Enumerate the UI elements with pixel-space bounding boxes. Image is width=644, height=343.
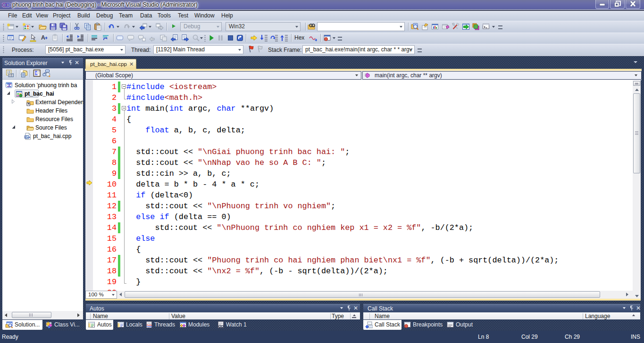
svg-text:C++: C++ [25, 136, 31, 139]
